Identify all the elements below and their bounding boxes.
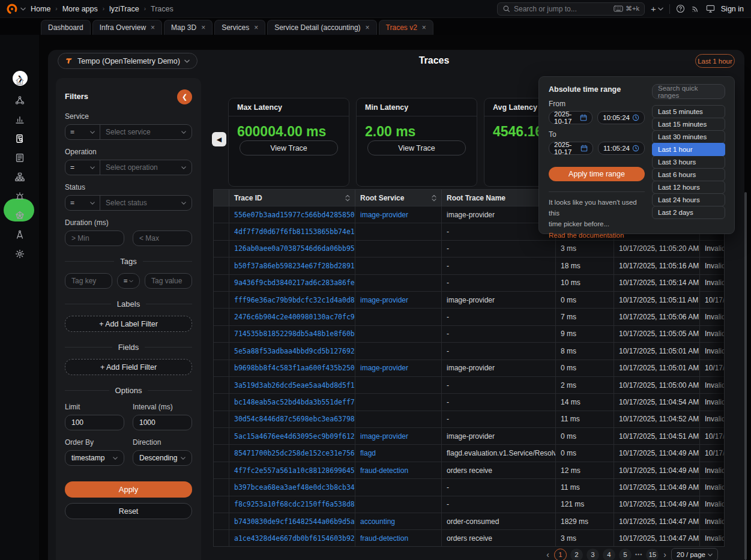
trace-id-cell[interactable]: f8c9253a10f68cdc2150ff6a538d8706 — [229, 496, 355, 513]
quick-range-last-3-hours[interactable]: Last 3 hours — [652, 155, 725, 169]
root-service-link[interactable]: image-provider — [360, 432, 408, 441]
search-input[interactable]: Search or jump to... ⌘+k — [497, 2, 645, 16]
trace-id-link[interactable]: b397bcea68ea3aef48e0dc3b8cb34d33 — [234, 483, 355, 492]
trace-id-link[interactable]: b50f37a86eb598234e67f28bd28912c4 — [234, 262, 355, 270]
news-rss-icon[interactable] — [691, 4, 700, 13]
add-field-filter-button[interactable]: + Add Field Filter — [65, 359, 192, 375]
next-page-icon[interactable]: › — [662, 550, 668, 559]
root-service-link[interactable]: image-provider — [360, 211, 408, 219]
page-button-3[interactable]: 3 — [587, 549, 599, 560]
row-expand-cell[interactable] — [214, 513, 229, 529]
direction-select[interactable]: Descending — [133, 450, 192, 466]
row-expand-cell[interactable] — [214, 292, 229, 308]
sidebar-item-logs[interactable] — [0, 148, 39, 167]
trace-id-cell[interactable]: 4f7fc2e557a561a10c881286996452c6 — [229, 462, 355, 478]
time-range-button[interactable]: Last 1 hour — [695, 54, 735, 68]
tab-infra-overview[interactable]: Infra Overview× — [92, 20, 162, 35]
sidebar-item-alerts[interactable] — [0, 187, 39, 206]
root-service-link[interactable]: flagd — [360, 449, 376, 457]
view-trace-button[interactable]: View Trace — [240, 140, 338, 155]
root-service-link[interactable]: fraud-detection — [360, 534, 408, 543]
row-expand-cell[interactable] — [214, 206, 229, 223]
trace-id-link[interactable]: 556e07b3aad15977c566bd4285850f69 — [234, 211, 355, 219]
datasource-picker[interactable]: Tempo (OpenTelemetry Demo) — [58, 53, 198, 69]
sidebar-item-topology[interactable] — [0, 91, 39, 110]
page-button-1[interactable]: 1 — [554, 549, 567, 560]
row-expand-cell[interactable] — [214, 445, 229, 461]
sidebar-item-settings[interactable] — [0, 244, 39, 263]
quick-range-last-2-days[interactable]: Last 2 days — [652, 206, 725, 219]
trace-id-cell[interactable]: 3a519d3ab26dcd5eae5aa4bd8d5f17f4 — [229, 377, 355, 393]
order-by-select[interactable]: timestamp — [65, 450, 124, 466]
tab-traces-v2[interactable]: Traces v2× — [379, 20, 433, 35]
root-service-link[interactable]: fraud-detection — [360, 466, 408, 475]
row-expand-cell[interactable] — [214, 496, 229, 513]
add-label-filter-button[interactable]: + Add Label Filter — [65, 316, 192, 332]
sign-in-link[interactable]: Sign in — [721, 5, 744, 13]
interval-input[interactable]: 1000 — [133, 415, 192, 430]
tab-dashboard[interactable]: Dashboard — [41, 20, 91, 35]
trace-id-cell[interactable]: b7430830de9cf16482544a06b9d5a756 — [229, 513, 355, 529]
scrollbar-thumb[interactable] — [744, 192, 747, 560]
trace-id-cell[interactable]: a1ce4328d4e667db0bf6154603b9228 — [229, 530, 355, 546]
calendar-icon[interactable] — [581, 145, 588, 152]
sort-icon[interactable] — [432, 194, 436, 202]
close-icon[interactable]: × — [254, 24, 258, 31]
status-select[interactable]: Select status — [100, 196, 192, 210]
to-time-input[interactable]: 11:05:24 — [598, 142, 645, 155]
column-header-root-service[interactable]: Root Service — [355, 190, 442, 206]
page-button-2[interactable]: 2 — [570, 549, 583, 560]
help-icon[interactable] — [676, 4, 685, 13]
tag-key-input[interactable]: Tag key — [65, 273, 112, 289]
row-expand-cell[interactable] — [214, 394, 229, 410]
tag-op-select[interactable]: = — [117, 273, 140, 289]
trace-id-link[interactable]: 5ac15a4676ee4d63095ec9b09f612a10 — [234, 432, 355, 441]
clock-icon[interactable] — [632, 145, 639, 152]
root-service-link[interactable]: accounting — [360, 517, 395, 526]
trace-id-cell[interactable]: 5e5a88f53adbaa4bbd9cd5b127692da3 — [229, 343, 355, 359]
row-expand-cell[interactable] — [214, 462, 229, 478]
trace-id-cell[interactable]: 5ac15a4676ee4d63095ec9b09f612a10 — [229, 428, 355, 444]
prev-page-icon[interactable]: ‹ — [545, 550, 550, 559]
row-expand-cell[interactable] — [214, 275, 229, 291]
column-header-trace-id[interactable]: Trace ID — [229, 190, 355, 206]
apply-filters-button[interactable]: Apply — [65, 481, 192, 498]
row-expand-cell[interactable] — [214, 530, 229, 546]
trace-id-cell[interactable]: b50f37a86eb598234e67f28bd28912c4 — [229, 257, 355, 274]
trace-id-link[interactable]: 3a519d3ab26dcd5eae5aa4bd8d5f17f4 — [234, 381, 355, 390]
close-icon[interactable]: × — [366, 24, 370, 31]
monitor-icon[interactable] — [706, 4, 715, 13]
trace-id-link[interactable]: f8c9253a10f68cdc2150ff6a538d8706 — [234, 500, 355, 508]
close-icon[interactable]: × — [201, 24, 205, 31]
sidebar-item-home[interactable] — [0, 71, 39, 91]
calendar-icon[interactable] — [580, 114, 587, 121]
row-expand-cell[interactable] — [214, 241, 229, 257]
quick-range-last-6-hours[interactable]: Last 6 hours — [652, 168, 725, 181]
trace-id-link[interactable]: 4df7f7d0d67f6fb81153865bb74e144 — [234, 227, 355, 236]
sort-icon[interactable] — [345, 194, 350, 202]
row-expand-cell[interactable] — [214, 343, 229, 359]
trace-id-link[interactable]: bc148eab5ac52bd4bda3b551deff75cc — [234, 398, 355, 406]
trace-id-cell[interactable]: fff96e36ac79b9bdcfc32c1d4a0d81c7 — [229, 292, 355, 308]
page-button-5[interactable]: 5 — [619, 549, 632, 560]
quick-range-last-1-hour[interactable]: Last 1 hour — [652, 143, 725, 156]
row-expand-cell[interactable] — [214, 360, 229, 376]
grafana-logo-icon[interactable] — [6, 3, 18, 15]
sidebar-item-mesh[interactable] — [0, 206, 39, 225]
cards-prev-button[interactable]: ◀ — [212, 132, 226, 146]
breadcrumb-item-lyzitrace[interactable]: lyziTrace — [109, 5, 139, 13]
quick-range-last-5-minutes[interactable]: Last 5 minutes — [652, 105, 725, 118]
row-expand-cell[interactable] — [214, 309, 229, 325]
from-date-input[interactable]: 2025-10-17 — [549, 111, 593, 124]
trace-id-link[interactable]: b9698bb8f4c583f1aa600f435b250dc4 — [234, 364, 355, 372]
close-icon[interactable]: × — [151, 24, 155, 31]
page-button-4[interactable]: 4 — [603, 549, 615, 560]
quick-range-last-12-hours[interactable]: Last 12 hours — [652, 181, 725, 194]
root-service-link[interactable]: image-provider — [360, 364, 408, 372]
quick-range-last-24-hours[interactable]: Last 24 hours — [652, 193, 725, 206]
page-button-15[interactable]: 15 — [646, 549, 659, 560]
quick-range-last-15-minutes[interactable]: Last 15 minutes — [652, 118, 725, 131]
trace-id-link[interactable]: 4f7fc2e557a561a10c881286996452c6 — [234, 466, 355, 475]
trace-id-link[interactable]: 5e5a88f53adbaa4bbd9cd5b127692da3 — [234, 347, 355, 355]
trace-id-link[interactable]: 9a436f9cbd3840217ad6c283a86fe464 — [234, 278, 355, 287]
